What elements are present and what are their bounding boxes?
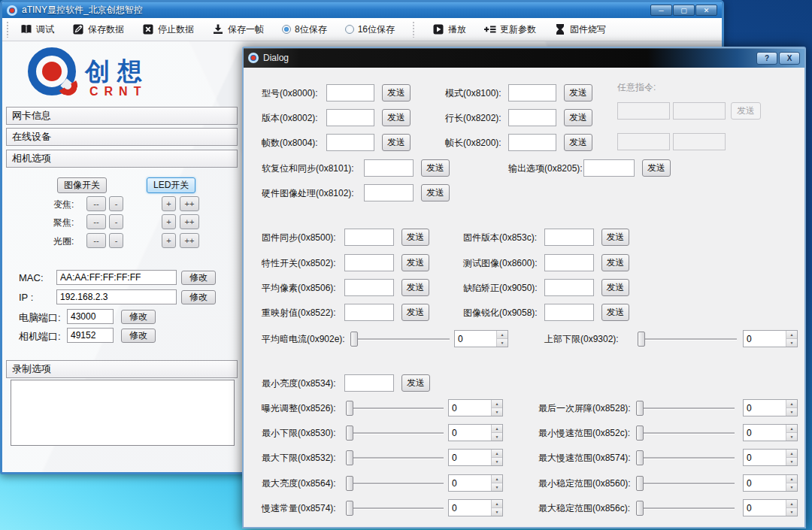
zoom-minus-minus-button[interactable]: -- — [86, 196, 106, 211]
spin-down-icon[interactable]: ▼ — [786, 433, 797, 441]
sidebar-section-camera-options[interactable]: 相机选项 — [6, 150, 238, 168]
slider-0x8574-slowconst[interactable] — [346, 501, 444, 516]
debug-button[interactable]: 调试 — [20, 23, 54, 36]
input-0x8500[interactable] — [344, 229, 394, 246]
mac-input[interactable] — [56, 270, 177, 285]
input-0x8202[interactable] — [508, 109, 556, 126]
spin-up-icon[interactable]: ▲ — [786, 475, 797, 483]
input-0x9050[interactable] — [544, 279, 594, 296]
save-data-button[interactable]: 保存数据 — [72, 23, 124, 36]
send-0x8100[interactable]: 发送 — [564, 84, 592, 101]
spin-0x852c-input[interactable] — [744, 425, 786, 441]
send-0x8101[interactable]: 发送 — [421, 159, 450, 177]
radio-16bit-save[interactable]: 16位保存 — [345, 23, 395, 36]
sidebar-section-online-devices[interactable]: 在线设备 — [6, 128, 238, 146]
input-0x8000[interactable] — [326, 84, 374, 101]
spin-0x8560-input[interactable] — [744, 475, 786, 491]
slider-thumb[interactable] — [346, 450, 353, 465]
spin-down-icon[interactable]: ▼ — [492, 408, 502, 416]
input-0x8002[interactable] — [326, 109, 374, 126]
spin-0x8526-input[interactable] — [449, 400, 491, 416]
spin-down-icon[interactable]: ▼ — [492, 433, 502, 441]
spin-up-icon[interactable]: ▲ — [786, 450, 797, 458]
slider-0x8560[interactable] — [636, 476, 735, 491]
spin-down-icon[interactable]: ▼ — [786, 458, 797, 465]
input-0x8502[interactable] — [344, 254, 394, 271]
slider-thumb[interactable] — [636, 501, 644, 516]
spin-up-icon[interactable]: ▲ — [786, 400, 797, 408]
spin-up-icon[interactable]: ▲ — [492, 400, 502, 408]
spin-down-icon[interactable]: ▼ — [786, 483, 797, 491]
slider-0x852c[interactable] — [636, 426, 735, 441]
input-0x8506[interactable] — [344, 279, 394, 296]
send-0x8205[interactable]: 发送 — [642, 159, 671, 177]
spin-up-icon[interactable]: ▲ — [786, 500, 797, 508]
spin-0x9302-input[interactable] — [744, 331, 786, 347]
spin-up-icon[interactable]: ▲ — [786, 425, 797, 433]
spin-0x856c-input[interactable] — [744, 500, 786, 516]
radio-unselected-icon[interactable] — [345, 25, 354, 34]
update-params-button[interactable]: 更新参数 — [484, 23, 536, 36]
spin-0x902e-input[interactable] — [455, 331, 496, 347]
focus-minus-minus-button[interactable]: -- — [86, 214, 106, 229]
dialog-close-button[interactable]: X — [779, 52, 800, 65]
slider-thumb[interactable] — [346, 476, 353, 491]
slider-0x8532[interactable] — [346, 450, 444, 465]
firmware-burn-button[interactable]: 固件烧写 — [554, 23, 606, 36]
send-0x8000[interactable]: 发送 — [382, 84, 411, 101]
toolbar-grip[interactable] — [7, 22, 8, 38]
ip-modify-button[interactable]: 修改 — [181, 290, 216, 304]
slider-0x8526[interactable] — [346, 401, 444, 416]
send-0x8102[interactable]: 发送 — [421, 184, 450, 201]
slider-thumb[interactable] — [636, 426, 644, 441]
send-0x8522[interactable]: 发送 — [401, 304, 429, 321]
input-0x8200[interactable] — [508, 134, 556, 151]
slider-thumb[interactable] — [636, 401, 644, 416]
spin-up-icon[interactable]: ▲ — [492, 425, 502, 433]
slider-0x8574-maxslow[interactable] — [636, 450, 735, 465]
spin-0x8528-input[interactable] — [744, 400, 786, 416]
spin-0x8574-slowconst-input[interactable] — [449, 500, 491, 516]
zoom-plus-button[interactable]: + — [162, 196, 176, 211]
spin-up-icon[interactable]: ▲ — [492, 500, 502, 508]
iris-plus-button[interactable]: + — [162, 233, 176, 248]
save-frame-button[interactable]: 保存一帧 — [212, 23, 264, 36]
input-0x853c[interactable] — [544, 229, 594, 246]
send-0x8004[interactable]: 发送 — [382, 134, 411, 151]
sidebar-section-record-options[interactable]: 录制选项 — [6, 360, 238, 378]
slider-thumb[interactable] — [346, 426, 353, 441]
input-0x8522[interactable] — [344, 304, 394, 321]
close-button[interactable]: ✕ — [695, 5, 717, 16]
slider-thumb[interactable] — [346, 401, 353, 416]
spin-up-icon[interactable]: ▲ — [497, 331, 508, 339]
slider-0x8530[interactable] — [346, 426, 444, 441]
pc-port-input[interactable] — [67, 309, 114, 324]
input-0x8101[interactable] — [364, 159, 414, 177]
dialog-help-button[interactable]: ? — [756, 52, 777, 65]
spin-0x8530-input[interactable] — [449, 425, 491, 441]
spin-down-icon[interactable]: ▼ — [497, 339, 508, 347]
input-0x8100[interactable] — [508, 84, 556, 101]
stop-data-button[interactable]: 停止数据 — [142, 23, 194, 36]
record-list-box[interactable] — [11, 380, 235, 446]
maximize-button[interactable]: ▢ — [673, 5, 695, 16]
radio-selected-icon[interactable] — [282, 25, 291, 34]
iris-minus-minus-button[interactable]: -- — [86, 233, 106, 248]
spin-up-icon[interactable]: ▲ — [786, 331, 797, 339]
input-0x8205[interactable] — [583, 159, 635, 177]
spin-down-icon[interactable]: ▼ — [492, 508, 502, 516]
spin-up-icon[interactable]: ▲ — [492, 475, 502, 483]
input-0x8102[interactable] — [364, 184, 414, 201]
mac-modify-button[interactable]: 修改 — [181, 271, 216, 285]
spin-0x8574-maxslow-input[interactable] — [744, 450, 786, 465]
slider-0x856c[interactable] — [636, 501, 735, 516]
iris-plus-plus-button[interactable]: ++ — [180, 233, 199, 248]
slider-0x902e[interactable] — [350, 332, 450, 347]
send-0x9058[interactable]: 发送 — [601, 304, 629, 321]
image-switch-button[interactable]: 图像开关 — [57, 177, 107, 193]
input-0x9058[interactable] — [544, 304, 594, 321]
slider-thumb[interactable] — [350, 332, 358, 347]
focus-plus-plus-button[interactable]: ++ — [180, 214, 199, 229]
slider-thumb[interactable] — [636, 476, 644, 491]
radio-8bit-save[interactable]: 8位保存 — [282, 23, 327, 36]
